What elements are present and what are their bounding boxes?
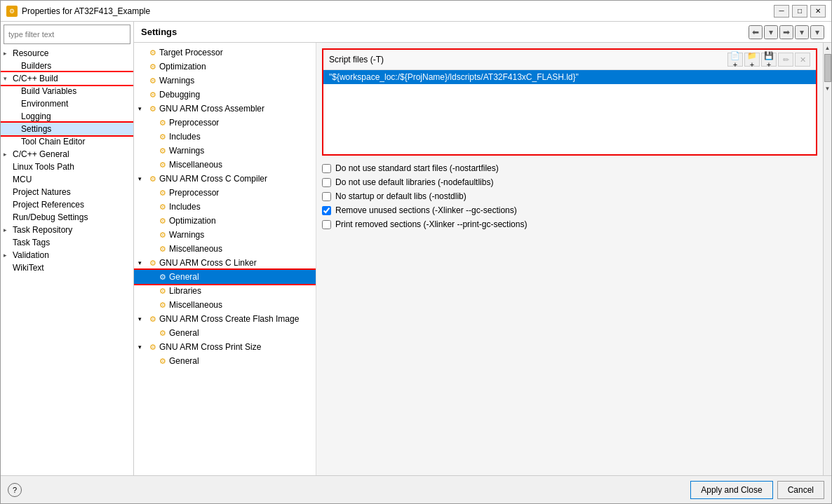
left-tree-item-mcu[interactable]: MCU — [1, 173, 133, 186]
mid-tree-item-target-processor[interactable]: ⚙Target Processor — [134, 46, 316, 60]
left-tree-item-ccpp-general[interactable]: ▸C/C++ General — [1, 148, 133, 161]
maximize-button[interactable]: □ — [792, 5, 807, 18]
left-tree-item-validation[interactable]: ▸Validation — [1, 249, 133, 261]
mid-arrow-icon: ▾ — [138, 343, 147, 350]
left-tree-item-environment[interactable]: Environment — [1, 97, 133, 110]
mid-item-icon: ⚙ — [159, 161, 166, 170]
mid-item-label: Includes — [169, 132, 201, 142]
mid-item-label: GNU ARM Cross Create Flash Image — [159, 314, 299, 324]
scroll-up-arrow[interactable]: ▲ — [824, 43, 832, 53]
cancel-button[interactable]: Cancel — [777, 481, 824, 499]
apply-close-button[interactable]: Apply and Close — [690, 481, 772, 499]
mid-tree-item-gnu-arm-compiler[interactable]: ▾⚙GNU ARM Cross C Compiler — [134, 172, 316, 186]
mid-item-icon: ⚙ — [149, 48, 156, 57]
tree-item-label: WikiText — [13, 263, 44, 273]
mid-tree-item-compiler-warnings[interactable]: ⚙Warnings — [134, 228, 316, 242]
tree-item-label: C/C++ General — [13, 149, 69, 159]
left-tree-item-project-references[interactable]: Project References — [1, 198, 133, 211]
left-tree-item-logging[interactable]: Logging — [1, 110, 133, 123]
mid-item-label: General — [169, 328, 199, 338]
left-tree-item-wikitext[interactable]: WikiText — [1, 261, 133, 274]
mid-item-icon: ⚙ — [159, 231, 166, 240]
mid-item-label: Debugging — [159, 90, 200, 100]
mid-item-icon: ⚙ — [149, 90, 156, 100]
add-file-button[interactable]: 📄+ — [727, 53, 743, 67]
tree-item-label: Task Repository — [13, 225, 72, 235]
nav-dropdown-button[interactable]: ▾ — [764, 25, 778, 39]
mid-tree-item-debugging[interactable]: ⚙Debugging — [134, 88, 316, 102]
section-toolbar: 📄+ 📁+ 💾+ ✏ ✕ — [727, 53, 810, 67]
mid-tree-item-compiler-preprocessor[interactable]: ⚙Preprocessor — [134, 186, 316, 200]
add-workspace-button[interactable]: 📁+ — [744, 53, 760, 67]
tree-item-label: Project Natures — [13, 187, 71, 197]
mid-tree-item-assembler-includes[interactable]: ⚙Includes — [134, 130, 316, 144]
mid-arrow-icon: ▾ — [138, 315, 147, 322]
menu-button[interactable]: ▾ — [810, 25, 824, 39]
minimize-button[interactable]: ─ — [774, 5, 789, 18]
mid-item-icon: ⚙ — [149, 104, 156, 114]
window-icon: ⚙ — [6, 6, 18, 17]
mid-tree-item-gnu-arm-linker[interactable]: ▾⚙GNU ARM Cross C Linker — [134, 256, 316, 270]
mid-tree-item-linker-misc[interactable]: ⚙Miscellaneous — [134, 298, 316, 312]
mid-item-label: Target Processor — [159, 48, 223, 57]
scroll-down-arrow[interactable]: ▼ — [824, 83, 832, 93]
mid-tree-item-compiler-optimization[interactable]: ⚙Optimization — [134, 214, 316, 228]
content-area: Script files (-T) 📄+ 📁+ 💾+ ✏ ✕ "${worksp… — [316, 43, 823, 475]
mid-tree-item-compiler-misc[interactable]: ⚙Miscellaneous — [134, 242, 316, 256]
mid-item-label: General — [169, 356, 199, 366]
checkbox-label-nostdlib: No startup or default libs (-nostdlib) — [335, 191, 467, 201]
checkbox-gc-sections[interactable] — [322, 206, 331, 215]
checkbox-no-defaultlibs[interactable] — [322, 178, 331, 187]
mid-item-icon: ⚙ — [159, 357, 166, 366]
add-fs-button[interactable]: 💾+ — [761, 53, 777, 67]
back-nav-button[interactable]: ⬅ — [749, 25, 763, 39]
left-tree-item-task-repository[interactable]: ▸Task Repository — [1, 224, 133, 236]
scroll-thumb[interactable] — [824, 54, 831, 82]
left-tree-item-resource[interactable]: ▸Resource — [1, 47, 133, 60]
script-list: "${workspace_loc:/${ProjName}/ldscripts/… — [323, 70, 816, 154]
mid-tree-item-gnu-arm-flash[interactable]: ▾⚙GNU ARM Cross Create Flash Image — [134, 312, 316, 326]
settings-header: Settings ⬅ ▾ ➡ ▾ ▾ — [134, 22, 831, 43]
close-button[interactable]: ✕ — [810, 5, 826, 18]
mid-item-label: GNU ARM Cross Print Size — [159, 342, 261, 352]
mid-tree-item-flash-general[interactable]: ⚙General — [134, 326, 316, 340]
mid-tree-item-warnings[interactable]: ⚙Warnings — [134, 74, 316, 88]
left-panel: ▸ResourceBuilders▾C/C++ BuildBuild Varia… — [1, 22, 134, 475]
mid-tree-item-assembler-warnings[interactable]: ⚙Warnings — [134, 144, 316, 158]
mid-tree-item-gnu-arm-print[interactable]: ▾⚙GNU ARM Cross Print Size — [134, 340, 316, 354]
forward-nav-button[interactable]: ➡ — [779, 25, 793, 39]
checkbox-print-gc-sections[interactable] — [322, 220, 331, 229]
mid-item-label: Includes — [169, 202, 201, 212]
mid-tree-item-assembler-misc[interactable]: ⚙Miscellaneous — [134, 158, 316, 172]
left-tree-item-toolchain-editor[interactable]: Tool Chain Editor — [1, 135, 133, 148]
left-tree-item-linux-tools-path[interactable]: Linux Tools Path — [1, 161, 133, 173]
mid-tree-item-assembler-preprocessor[interactable]: ⚙Preprocessor — [134, 116, 316, 130]
tree-item-label: Tool Chain Editor — [21, 137, 85, 147]
left-tree-item-project-natures[interactable]: Project Natures — [1, 186, 133, 198]
checkbox-no-startfiles[interactable] — [322, 164, 331, 173]
edit-button[interactable]: ✏ — [778, 53, 793, 67]
header-nav-icons: ⬅ ▾ ➡ ▾ ▾ — [749, 25, 824, 39]
mid-tree-item-gnu-arm-assembler[interactable]: ▾⚙GNU ARM Cross Assembler — [134, 102, 316, 116]
nav-dropdown2-button[interactable]: ▾ — [795, 25, 809, 39]
left-tree-item-builders[interactable]: Builders — [1, 60, 133, 72]
help-icon[interactable]: ? — [8, 483, 22, 497]
left-tree-item-settings[interactable]: Settings — [1, 123, 133, 135]
filter-input[interactable] — [4, 25, 130, 44]
mid-tree-item-optimization[interactable]: ⚙Optimization — [134, 60, 316, 74]
script-item[interactable]: "${workspace_loc:/${ProjName}/ldscripts/… — [323, 70, 816, 84]
checkbox-nostdlib[interactable] — [322, 192, 331, 201]
left-tree: ▸ResourceBuilders▾C/C++ BuildBuild Varia… — [1, 47, 133, 475]
mid-item-icon: ⚙ — [149, 343, 156, 352]
mid-tree-item-compiler-includes[interactable]: ⚙Includes — [134, 200, 316, 214]
delete-button[interactable]: ✕ — [795, 53, 810, 67]
left-tree-item-build-variables[interactable]: Build Variables — [1, 85, 133, 97]
left-tree-item-run-debug-settings[interactable]: Run/Debug Settings — [1, 211, 133, 224]
mid-tree-item-print-general[interactable]: ⚙General — [134, 354, 316, 368]
mid-tree-item-linker-libraries[interactable]: ⚙Libraries — [134, 284, 316, 298]
tree-arrow-icon: ▸ — [4, 151, 11, 158]
left-tree-item-task-tags[interactable]: Task Tags — [1, 236, 133, 249]
left-tree-item-ccpp-build[interactable]: ▾C/C++ Build — [1, 72, 133, 85]
mid-tree-item-linker-general[interactable]: ⚙General — [134, 270, 316, 284]
mid-item-label: GNU ARM Cross C Compiler — [159, 174, 267, 184]
